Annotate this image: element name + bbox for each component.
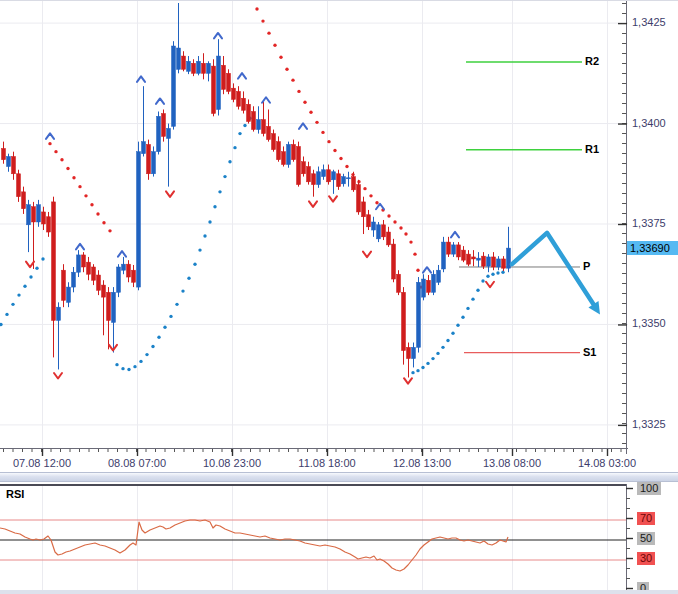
rsi-panel[interactable] <box>0 484 626 591</box>
time-axis-tick: 11.08 18:00 <box>285 457 369 469</box>
pivot-label-s1: S1 <box>583 346 596 358</box>
bottom-edge-strip <box>0 590 678 594</box>
signal-up-arrows <box>46 33 459 273</box>
time-axis-tick: 07.08 12:00 <box>0 457 84 469</box>
rsi-scale-badge: 100 <box>637 482 661 495</box>
pivot-label-r1: R1 <box>585 143 599 155</box>
rsi-axis-ticks <box>626 489 633 589</box>
rsi-scale-badge: 70 <box>637 512 655 525</box>
main-chart-area[interactable]: R2 R1 P S1 <box>0 1 628 448</box>
rsi-line <box>0 520 508 571</box>
time-axis-ticks <box>4 449 622 456</box>
candlestick-chart[interactable] <box>0 1 628 448</box>
time-axis-tick: 10.08 23:00 <box>190 457 274 469</box>
time-axis-tick: 13.08 08:00 <box>470 457 554 469</box>
rsi-grid <box>43 486 608 591</box>
price-axis-tick: 1,3325 <box>632 418 666 430</box>
rsi-indicator-label: RSI <box>6 488 24 500</box>
price-axis-tick: 1,3375 <box>632 217 666 229</box>
grid-lines <box>0 1 628 448</box>
time-axis-tick: 08.08 07:00 <box>95 457 179 469</box>
time-axis-tick: 12.08 13:00 <box>380 457 464 469</box>
forecast-arrow <box>512 233 600 315</box>
price-axis-tick: 1,3425 <box>632 16 666 28</box>
trading-terminal: R2 R1 P S1 1,3425 1,3400 1,3375 1,3350 1… <box>0 0 678 594</box>
price-axis-tick: 1,3350 <box>632 317 666 329</box>
rsi-scale-badge: 30 <box>637 552 655 565</box>
horizontal-scrollbar[interactable] <box>0 472 678 482</box>
time-axis-tick: 14.08 03:00 <box>565 457 649 469</box>
candles-series <box>2 3 511 377</box>
rsi-chart[interactable] <box>0 486 626 591</box>
price-axis-tick: 1,3400 <box>632 117 666 129</box>
current-price-tag: 1,33690 <box>627 241 678 255</box>
pivot-label-p: P <box>583 260 590 272</box>
sar-dots-blue <box>0 117 505 375</box>
rsi-scale-badge: 50 <box>637 532 655 545</box>
rsi-level-lines <box>0 520 626 591</box>
pivot-label-r2: R2 <box>585 55 599 67</box>
pivot-level-lines <box>459 62 582 352</box>
